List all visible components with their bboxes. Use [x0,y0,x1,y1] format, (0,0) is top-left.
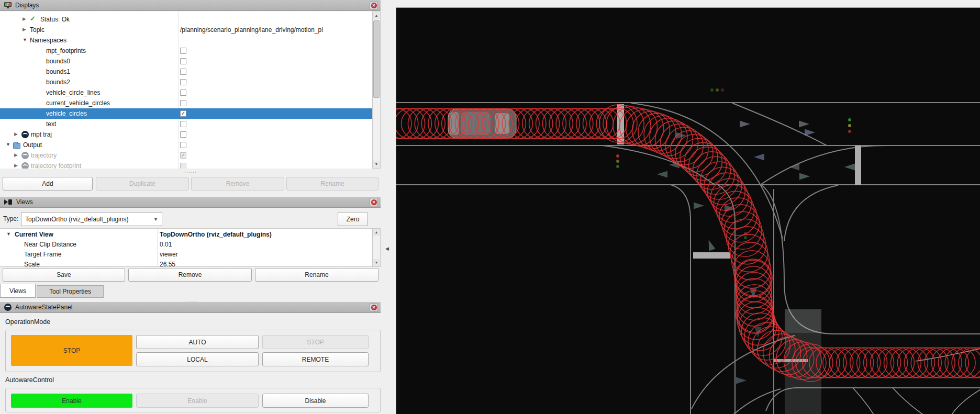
lane-direction-arrow [789,164,799,171]
remote-button[interactable]: REMOTE [262,352,369,366]
trajectory-footprint-circle [911,348,941,378]
panel-viewport-splitter[interactable]: ◀ [381,0,396,414]
trajectory-footprint-circle [897,348,928,378]
trajectory-footprint-circle [570,108,600,139]
scroll-down-icon[interactable]: ▼ [373,161,380,168]
panel-splitter-handle[interactable]: ······ [184,170,197,175]
tree-row-mpt-footprints[interactable]: mpt_footprints [0,46,372,56]
state-panel-close-button[interactable]: ✕ [370,303,378,311]
tree-row-output[interactable]: ▼Output [0,140,372,150]
chevron-down-icon: ▼ [153,217,158,222]
view-property-row-near-clip-distance[interactable]: Near Clip Distance0.01 [0,239,372,249]
collapsed-arrow-icon[interactable]: ▶ [14,163,18,168]
tree-row-label: Topic [30,26,44,33]
displays-panel-titlebar[interactable]: Displays ✕ [0,0,381,11]
trajectory-footprint-circle [904,348,934,378]
remove-display-button: Remove [191,177,284,191]
lane-direction-arrow [736,377,747,384]
splitter-collapse-icon[interactable]: ◀ [385,246,389,251]
tree-row-vehicle-circle-lines[interactable]: vehicle_circle_lines [0,87,372,98]
trajectory-footprint-circle [556,108,586,139]
displays-scrollbar-thumb[interactable] [373,20,380,98]
tree-row-bounds0[interactable]: bounds0 [0,56,372,66]
trajectory-footprint-circle [522,108,553,139]
trajectory-footprint-circle [606,106,644,143]
tree-row-bounds1[interactable]: bounds1 [0,66,372,77]
collapsed-arrow-icon[interactable]: ▶ [23,16,26,21]
checkbox-unchecked[interactable] [180,58,186,64]
local-button[interactable]: LOCAL [136,352,259,366]
view-property-row-scale[interactable]: Scale26.55 [0,259,372,267]
tree-row-label: Namespaces [30,37,66,44]
view-type-dropdown[interactable]: TopDownOrtho (rviz_default_plugins) ▼ [21,212,162,226]
view-property-row-target-frame[interactable]: Target Frameviewer [0,249,372,259]
expanded-arrow-icon[interactable]: ▼ [6,231,11,237]
scroll-up-icon[interactable]: ▲ [373,12,380,19]
expanded-arrow-icon[interactable]: ▼ [23,37,27,42]
disable-button[interactable]: Disable [262,394,369,408]
checkbox-unchecked[interactable] [180,79,186,85]
render-viewport[interactable] [396,7,980,414]
view-property-row-current-view[interactable]: ▼Current ViewTopDownOrtho (rviz_default_… [0,229,372,239]
traffic-light-dot [744,236,747,239]
displays-close-button[interactable]: ✕ [370,1,378,9]
collapsed-arrow-icon[interactable]: ▶ [14,152,18,158]
auto-button[interactable]: AUTO [136,335,259,349]
scroll-down-icon[interactable]: ▼ [373,259,380,266]
tree-row-mpt-traj[interactable]: ▶mpt traj [0,129,372,140]
traffic-light-dot [710,88,714,92]
tab-tool-properties[interactable]: Tool Properties [37,285,104,298]
tree-row-namespaces[interactable]: ▼Namespaces [0,35,372,46]
trajectory-footprint-circle [421,108,452,139]
tree-row-label: current_vehicle_circles [46,99,110,107]
collapsed-arrow-icon[interactable]: ▶ [14,131,18,137]
traffic-light-dot [721,88,724,92]
tree-row-label: Output [23,141,42,149]
topic-value: /planning/scenario_planning/lane_driving… [180,26,323,33]
tree-row-topic[interactable]: ▶Topic/planning/scenario_planning/lane_d… [0,25,372,35]
operation-mode-current-stop-button[interactable]: STOP [11,335,132,366]
expanded-arrow-icon[interactable]: ▼ [6,142,10,147]
views-close-button[interactable]: ✕ [370,198,378,206]
tree-row-current-vehicle-circles[interactable]: current_vehicle_circles [0,98,372,108]
checkbox-checked[interactable]: ✓ [180,110,186,117]
tree-row-bounds2[interactable]: bounds2 [0,77,372,87]
trajectory-footprint-circle [536,108,566,139]
displays-scrollbar[interactable]: ▲ ▼ [372,12,381,169]
tab-views[interactable]: Views [0,284,36,298]
tree-row-vehicle-circles[interactable]: vehicle_circles✓ [0,108,372,119]
checkbox-unchecked[interactable] [180,100,186,106]
scroll-up-icon[interactable]: ▲ [373,229,380,236]
collapsed-arrow-icon[interactable]: ▶ [23,27,26,32]
state-panel-titlebar[interactable]: AutowareStatePanel ✕ [0,302,381,313]
view-type-value: TopDownOrtho (rviz_default_plugins) [25,216,128,223]
save-view-button[interactable]: Save [3,268,125,282]
trajectory-footprint-circle [516,108,546,139]
displays-panel-title: Displays [15,2,39,9]
zero-button[interactable]: Zero [338,212,368,226]
views-scrollbar[interactable]: ▲ ▼ [372,228,381,267]
add-display-button[interactable]: Add [3,177,93,191]
checkbox-unchecked[interactable] [180,89,186,96]
tree-row-text[interactable]: text [0,119,372,129]
tree-row-label: text [46,120,56,128]
trajectory-footprint-circle [396,108,425,139]
tree-row-trajectory[interactable]: ▶trajectory✓ [0,150,372,161]
rename-view-button[interactable]: Rename [255,268,378,282]
checkbox-unchecked[interactable] [180,69,186,75]
remove-view-button[interactable]: Remove [128,268,252,282]
views-property-table[interactable]: ▼Current ViewTopDownOrtho (rviz_default_… [0,228,372,267]
checkbox-unchecked[interactable] [180,48,186,54]
property-value: 26.55 [160,261,175,267]
checkbox-unchecked[interactable] [180,142,186,148]
displays-tree[interactable]: ▶✓Status: Ok▶Topic/planning/scenario_pla… [0,12,372,169]
enable-active-button[interactable]: Enable [11,394,132,408]
tree-row-trajectory-footprint[interactable]: ▶trajectory footprint [0,161,372,169]
checkbox-unchecked[interactable] [180,131,186,138]
traffic-light-dot [848,130,851,133]
checkbox-unchecked[interactable] [180,121,186,127]
traffic-light-dot [716,88,719,92]
views-panel-titlebar[interactable]: Views ✕ [0,197,381,208]
tree-row-status-ok[interactable]: ▶✓Status: Ok [0,14,372,25]
trajectory-footprint-circle [408,108,438,139]
